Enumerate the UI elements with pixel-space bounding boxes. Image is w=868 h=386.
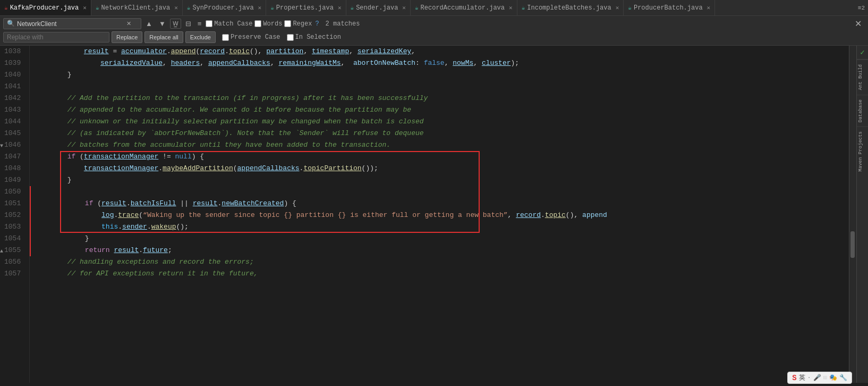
code-line-1046: // batches from the accumulator until th…	[30, 139, 849, 151]
tab-synproducer[interactable]: ☕ SynProducer.java ✕	[183, 0, 266, 16]
sogou-logo: S	[792, 374, 796, 382]
sogou-mic-icon[interactable]: 🎤	[813, 374, 821, 382]
match-case-text: Match Case	[214, 20, 252, 28]
tab-close-icon-3[interactable]: ✕	[258, 4, 262, 11]
replace-input-wrap	[3, 32, 109, 43]
line-num-1047: 1047	[4, 151, 23, 163]
search-word-button[interactable]: W̲	[170, 19, 181, 29]
code-line-1052: log.trace(“Waking up the sender since to…	[30, 209, 849, 221]
tab-networkclient[interactable]: ☕ NetworkClient.java ✕	[91, 0, 183, 16]
words-label[interactable]: Words	[254, 20, 282, 28]
tab-close-icon-6[interactable]: ✕	[509, 4, 513, 11]
preserve-case-checkbox[interactable]	[222, 34, 229, 41]
code-line-1041	[30, 81, 849, 93]
code-line-1057: // for API exceptions return it in the f…	[30, 268, 849, 280]
words-text: Words	[263, 20, 282, 28]
search-row1: 🔍 ✕ ▲ ▼ W̲ ⊟ ≡ Match Case Words Regex ? …	[3, 18, 865, 29]
regex-label[interactable]: Regex	[284, 20, 312, 28]
java-icon-8: ☕	[628, 4, 632, 11]
tab-overflow[interactable]: ≡2	[855, 5, 868, 11]
tab-incompletebatches[interactable]: ☕ IncompleteBatches.java ✕	[517, 0, 624, 16]
search-row2: Replace Replace all Exclude Preserve Cas…	[3, 31, 865, 43]
clear-search-button[interactable]: ✕	[125, 20, 132, 27]
line-num-1041: 1041	[4, 81, 23, 93]
match-case-label[interactable]: Match Case	[206, 20, 252, 28]
tab-label-5: Sender.java	[356, 4, 398, 12]
java-icon-4: ☕	[270, 4, 274, 11]
line-numbers: 1038 1039 1040 1041 1042 1043 1044 1045 …	[0, 46, 30, 383]
line-num-1052: 1052	[4, 209, 23, 221]
code-line-1053: this.sender.wakeup();	[30, 221, 849, 233]
java-icon-7: ☕	[522, 4, 525, 11]
line-num-1056: 1056	[4, 256, 23, 268]
search-input[interactable]	[17, 20, 123, 28]
regex-checkbox[interactable]	[284, 20, 291, 27]
line-num-1055: 1055▲	[4, 245, 23, 256]
match-case-checkbox[interactable]	[206, 20, 212, 27]
line-num-1053: 1053	[4, 221, 23, 233]
line-num-1042: 1042	[4, 93, 23, 104]
search-next-button[interactable]: ▼	[157, 19, 168, 29]
right-panel-tabs: ✓ Ant Build Database Maven Projects	[856, 46, 868, 383]
search-multiline-button[interactable]: ⊟	[183, 19, 193, 29]
tab-label-7: IncompleteBatches.java	[527, 4, 611, 12]
in-selection-text: In Selection	[295, 33, 341, 41]
close-search-button[interactable]: ✕	[852, 19, 865, 29]
tab-sender[interactable]: ☕ Sender.java ✕	[346, 0, 411, 16]
tab-close-icon-5[interactable]: ✕	[402, 4, 406, 11]
line-num-1040: 1040	[4, 69, 23, 81]
exclude-button[interactable]: Exclude	[185, 31, 216, 43]
sogou-toolbar: S 英 · 🎤 ⊞ 🎭 🔧	[787, 372, 852, 384]
code-line-1044: // unknown or the initially selected par…	[30, 116, 849, 128]
search-prev-button[interactable]: ▲	[143, 19, 155, 29]
code-line-1056: // handling exceptions and record the er…	[30, 256, 849, 268]
preserve-case-label[interactable]: Preserve Case	[222, 33, 280, 41]
tab-kafkaproducer[interactable]: ☕ KafkaProducer.java ✕	[0, 0, 91, 16]
line-num-1044: 1044	[4, 116, 23, 128]
code-line-1055: return result.future;	[30, 245, 849, 256]
tab-label-8: ProducerBatch.java	[634, 4, 703, 12]
maven-projects-panel[interactable]: Maven Projects	[857, 127, 869, 176]
sogou-table-icon[interactable]: ⊞	[823, 374, 827, 382]
tab-recordaccumulator[interactable]: ☕ RecordAccumulator.java ✕	[411, 0, 517, 16]
code-line-1049: }	[30, 174, 849, 186]
code-editor[interactable]: result = accumulator.append(record.topic…	[30, 46, 849, 383]
search-input-wrap: 🔍 ✕	[3, 18, 141, 29]
scroll-thumb[interactable]	[850, 231, 855, 258]
tab-close-icon[interactable]: ✕	[83, 4, 87, 11]
database-panel[interactable]: Database	[857, 95, 869, 127]
code-line-1038: result = accumulator.append(record.topic…	[30, 46, 849, 57]
tab-bar: ☕ KafkaProducer.java ✕ ☕ NetworkClient.j…	[0, 0, 868, 16]
replace-all-button[interactable]: Replace all	[144, 31, 183, 43]
ant-build-panel[interactable]: Ant Build	[857, 60, 869, 95]
java-icon-2: ☕	[96, 4, 99, 11]
tab-label-3: SynProducer.java	[192, 4, 253, 12]
search-toolbar: 🔍 ✕ ▲ ▼ W̲ ⊟ ≡ Match Case Words Regex ? …	[0, 16, 868, 46]
sogou-skin-icon[interactable]: 🎭	[829, 374, 837, 382]
regex-help[interactable]: ?	[315, 20, 319, 28]
code-line-1048: transactionManager.maybeAddPartition(app…	[30, 163, 849, 174]
code-line-1051: if (result.batchIsFull || result.newBatc…	[30, 198, 849, 209]
matches-count: 2 matches	[326, 20, 360, 28]
in-selection-label[interactable]: In Selection	[287, 33, 341, 41]
vertical-scrollbar[interactable]	[849, 46, 856, 383]
tab-properties[interactable]: ☕ Properties.java ✕	[266, 0, 346, 16]
java-icon-5: ☕	[351, 4, 354, 11]
words-checkbox[interactable]	[254, 20, 261, 27]
code-line-1042: // Add the partition to the transaction …	[30, 93, 849, 104]
tab-close-icon-2[interactable]: ✕	[174, 4, 178, 11]
sogou-lang[interactable]: 英	[799, 373, 805, 382]
code-line-1054: }	[30, 233, 849, 245]
code-line-1043: // appended to the accumulator. We canno…	[30, 104, 849, 116]
tab-close-icon-8[interactable]: ✕	[707, 4, 711, 11]
tab-close-icon-4[interactable]: ✕	[338, 4, 342, 11]
replace-input[interactable]	[7, 33, 103, 41]
replace-button[interactable]: Replace	[112, 31, 142, 43]
tab-close-icon-7[interactable]: ✕	[616, 4, 619, 11]
in-selection-checkbox[interactable]	[287, 34, 294, 41]
regex-text: Regex	[293, 20, 312, 28]
tab-producerbatch[interactable]: ☕ ProducerBatch.java ✕	[624, 0, 715, 16]
sogou-more-icon[interactable]: 🔧	[839, 374, 847, 382]
search-filter-button[interactable]: ≡	[195, 19, 204, 29]
editor-container: 1038 1039 1040 1041 1042 1043 1044 1045 …	[0, 46, 868, 383]
